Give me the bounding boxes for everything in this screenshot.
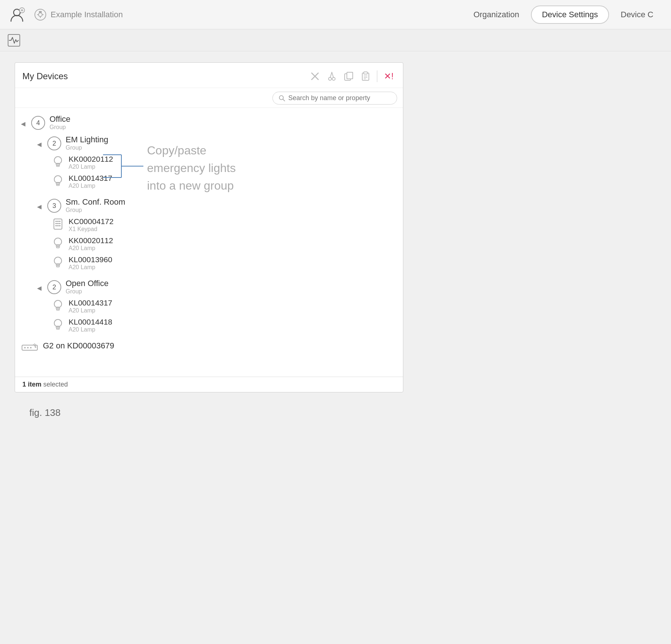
- panel-header: My Devices: [15, 63, 403, 88]
- device-info-kk2: KK00020112 A20 Lamp: [69, 236, 113, 252]
- device-info-kl14317-2: KL00014317 A20 Lamp: [69, 299, 112, 314]
- bulb-icon-3: [52, 237, 64, 249]
- svg-rect-26: [56, 164, 60, 165]
- group-badge-em: 2: [47, 136, 61, 150]
- tab-device-settings[interactable]: Device Settings: [531, 6, 609, 24]
- svg-rect-44: [56, 308, 60, 309]
- keypad-icon: [52, 218, 64, 230]
- close-panel-button[interactable]: ✕!: [382, 69, 396, 83]
- smconf-name: Sm. Conf. Room: [66, 197, 125, 207]
- device-type-kk1: A20 Lamp: [69, 164, 113, 170]
- svg-rect-33: [59, 221, 60, 222]
- device-name-kk2: KK00020112: [69, 236, 113, 245]
- openoffice-name: Open Office: [66, 279, 109, 288]
- figure-caption: fig. 138: [15, 403, 656, 422]
- search-icon: [279, 95, 285, 102]
- group-sm-conf-room[interactable]: ◀ 3 Sm. Conf. Room Group: [15, 194, 403, 215]
- tab-organization[interactable]: Organization: [463, 6, 529, 23]
- openoffice-type: Group: [66, 288, 109, 295]
- delete-button[interactable]: [308, 69, 322, 83]
- search-input-wrapper[interactable]: [272, 92, 397, 105]
- panel-toolbar: ✕!: [308, 69, 396, 83]
- device-kl00014418[interactable]: KL00014418 A20 Lamp: [15, 315, 403, 334]
- em-lighting-name: EM Lighting: [66, 135, 108, 144]
- g2-name: G2 on KD00003679: [43, 341, 114, 351]
- svg-rect-37: [55, 225, 57, 226]
- group-info-smconf: Sm. Conf. Room Group: [66, 197, 125, 213]
- device-info-kk1: KK00020112 A20 Lamp: [69, 155, 113, 170]
- main-content: My Devices: [0, 51, 671, 644]
- panel-title: My Devices: [22, 71, 68, 81]
- group-badge-smconf: 3: [47, 199, 61, 213]
- svg-rect-34: [55, 223, 57, 224]
- svg-rect-35: [57, 223, 59, 224]
- device-kk00020112-1[interactable]: KK00020112 A20 Lamp: [15, 153, 403, 172]
- svg-point-51: [30, 347, 32, 348]
- svg-rect-4: [39, 11, 42, 13]
- device-info-kc: KC00004172 X1 Keypad: [69, 217, 114, 233]
- collapse-arrow-smconf[interactable]: ◀: [37, 203, 41, 210]
- user-settings-icon[interactable]: [7, 5, 26, 24]
- device-info-kl1: KL00014317 A20 Lamp: [69, 174, 112, 189]
- collapse-arrow-em[interactable]: ◀: [37, 141, 41, 148]
- office-name: Office: [50, 114, 70, 124]
- status-bar: 1 item selected: [15, 377, 403, 392]
- device-kl00014317-2[interactable]: KL00014317 A20 Lamp: [15, 296, 403, 315]
- svg-rect-43: [56, 266, 59, 267]
- cut-button[interactable]: [325, 69, 339, 83]
- device-info-kl14418: KL00014418 A20 Lamp: [69, 318, 112, 333]
- collapse-arrow-office[interactable]: ◀: [21, 120, 25, 127]
- device-type-kk2: A20 Lamp: [69, 245, 113, 252]
- status-prefix: 1 item: [22, 381, 41, 388]
- device-info-kl13960: KL00013960 A20 Lamp: [69, 255, 112, 271]
- device-type-kl14418: A20 Lamp: [69, 326, 112, 333]
- device-type-kl14317-2: A20 Lamp: [69, 307, 112, 314]
- annotation-container: Copy/paste emergency lights into a new g…: [15, 153, 403, 191]
- device-name-kl13960: KL00013960: [69, 255, 112, 264]
- device-kl00013960[interactable]: KL00013960 A20 Lamp: [15, 253, 403, 272]
- bulb-icon-4: [52, 256, 64, 268]
- device-name-kl1: KL00014317: [69, 174, 112, 183]
- device-name-kl14418: KL00014418: [69, 318, 112, 326]
- device-list[interactable]: ◀ 4 Office Group ◀ 2 EM Lighting Group: [15, 108, 403, 377]
- g2-gateway-row[interactable]: G2 on KD00003679: [15, 338, 403, 354]
- svg-rect-41: [56, 247, 59, 248]
- copy-button[interactable]: [342, 69, 356, 83]
- group-open-office[interactable]: ◀ 2 Open Office Group: [15, 276, 403, 296]
- svg-rect-28: [56, 183, 60, 184]
- activity-icon[interactable]: [6, 32, 22, 48]
- svg-rect-29: [56, 184, 59, 186]
- svg-rect-47: [56, 328, 59, 329]
- paste-button[interactable]: [359, 69, 373, 83]
- top-navigation: Example Installation Organization Device…: [0, 0, 671, 29]
- group-em-lighting[interactable]: ◀ 2 EM Lighting Group: [15, 132, 403, 153]
- installation-info: Example Installation: [34, 8, 456, 21]
- svg-rect-46: [56, 327, 60, 328]
- svg-line-21: [283, 99, 285, 101]
- search-bar: [15, 88, 403, 108]
- tab-device-c[interactable]: Device C: [610, 6, 664, 23]
- bulb-icon-6: [52, 318, 64, 331]
- svg-rect-40: [56, 245, 60, 246]
- device-kk00020112-2[interactable]: KK00020112 A20 Lamp: [15, 234, 403, 253]
- g2-info: G2 on KD00003679: [43, 341, 114, 351]
- svg-line-10: [330, 72, 332, 78]
- device-kl00014317-1[interactable]: KL00014317 A20 Lamp: [15, 172, 403, 191]
- em-lighting-type: Group: [66, 144, 108, 151]
- office-type: Group: [50, 124, 70, 131]
- svg-rect-13: [347, 72, 353, 79]
- device-kc00004172[interactable]: KC00004172 X1 Keypad: [15, 215, 403, 234]
- svg-rect-38: [57, 225, 59, 226]
- device-type-kc: X1 Keypad: [69, 226, 114, 233]
- group-badge-office: 4: [31, 116, 45, 130]
- svg-rect-45: [56, 309, 59, 310]
- gateway-icon: [21, 342, 38, 353]
- smconf-type: Group: [66, 207, 125, 213]
- device-type-kl1: A20 Lamp: [69, 183, 112, 189]
- svg-rect-39: [59, 225, 60, 226]
- group-office[interactable]: ◀ 4 Office Group: [15, 111, 403, 132]
- search-input[interactable]: [288, 94, 391, 102]
- collapse-arrow-openoffice[interactable]: ◀: [37, 285, 41, 292]
- group-info-em: EM Lighting Group: [66, 135, 108, 151]
- device-name-kc: KC00004172: [69, 217, 114, 226]
